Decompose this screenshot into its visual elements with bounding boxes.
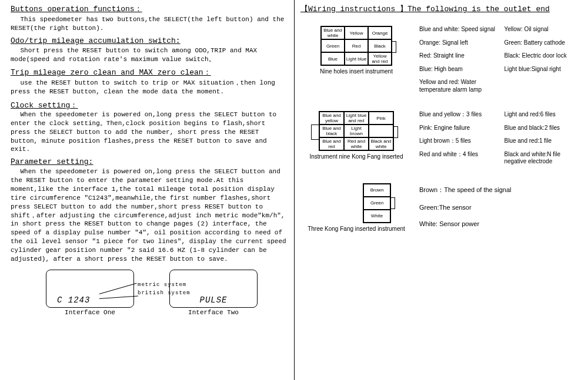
cell: Green	[321, 39, 345, 52]
legend-item: Blue: High beam	[419, 66, 497, 73]
legend-item: White: Sensor power	[419, 220, 512, 227]
interface-two-box: PULSE	[169, 270, 258, 308]
para-param: When the speedometer is powered on,long …	[11, 167, 287, 263]
cell: Pink	[369, 112, 393, 125]
cell: Blue and white	[321, 26, 345, 39]
heading-odo: Odo/trip mileage accumulation switch:	[11, 36, 287, 45]
legend-item: Blue and yellow：3 files	[419, 111, 497, 119]
legend-item: Yellow and red: Water temperature alarm …	[419, 79, 497, 93]
cell: Blue and black	[319, 125, 344, 137]
wiring-section-1: Blue and white Yellow Orange Green Red B…	[300, 26, 582, 93]
interface-two: PULSE Interface Two	[169, 270, 258, 316]
plug-nine-2-caption: Instrument nine Kong Fang inserted	[300, 153, 412, 160]
legend-item: Brown：The speed of the signal	[419, 186, 512, 194]
legend-item: Light brown：5 files	[419, 137, 497, 145]
wiring-section-3: Brown Green White Three Kong Fang insert…	[300, 183, 582, 232]
legend-item: Pink: Engine failure	[419, 125, 497, 132]
cell: Yellow and red	[368, 52, 392, 65]
legend-item: Orange: Signal left	[419, 39, 497, 47]
plug-nine-1-caption: Nine holes insert instrument	[300, 68, 412, 75]
pointer-line-1	[99, 283, 137, 294]
heading-buttons: Buttons operation functions：	[11, 4, 287, 14]
wiring-section-2: Blue and yellow Light blue and red Pink …	[300, 111, 582, 166]
legend-nine-1: Blue and white: Speed signal Yellow: Oil…	[419, 26, 582, 93]
legend-item: Light and red:6 files	[505, 111, 583, 119]
legend-item: Blue and white: Speed signal	[419, 26, 497, 33]
cell: Light blue	[345, 52, 368, 65]
interface-one-text: C 1243	[57, 295, 90, 305]
cell: Red	[345, 39, 368, 52]
left-column: Buttons operation functions： This speedo…	[0, 0, 294, 380]
plug-three-caption: Three Kong Fang inserted instrument	[300, 226, 412, 232]
heading-tripzero: Trip mileage zero clean and MAX zero cle…	[11, 67, 287, 78]
cell	[369, 125, 393, 137]
legend-three: Brown：The speed of the signal Green:The …	[419, 183, 512, 232]
legend-item: Blue and red:1 file	[505, 137, 583, 145]
cell: Black and white	[369, 137, 393, 150]
plug-nine-2-grid: Blue and yellow Light blue and red Pink …	[319, 111, 394, 151]
legend-item: Yellow: Oil signal	[505, 26, 583, 33]
legend-item: Green: Battery cathode	[505, 39, 583, 47]
cell: White	[363, 210, 390, 223]
interface-one-box: C 1243 metric system british system	[46, 270, 134, 308]
interface-one-caption: Interface One	[46, 309, 134, 316]
plug-three-grid: Brown Green White	[363, 183, 391, 223]
plug-nine-2: Blue and yellow Light blue and red Pink …	[300, 111, 412, 166]
plug-nine-1: Blue and white Yellow Orange Green Red B…	[300, 26, 412, 93]
para-odo: Short press the RESET button to switch a…	[11, 46, 287, 64]
plug-nine-1-grid: Blue and white Yellow Orange Green Red B…	[320, 26, 392, 66]
cell: Light brown	[344, 125, 369, 137]
cell: Light blue and red	[344, 112, 369, 125]
legend-item: Black and white:N file negative electrod…	[505, 151, 583, 166]
interface-two-caption: Interface Two	[169, 309, 258, 316]
heading-wiring: 【Wiring instructions 】The following is t…	[300, 4, 582, 14]
plug-three: Brown Green White Three Kong Fang insert…	[300, 183, 412, 232]
interfaces-row: C 1243 metric system british system Inte…	[46, 270, 287, 316]
interface-two-text: PULSE	[199, 295, 227, 305]
cell: Green	[363, 197, 390, 210]
cell: Blue and red	[319, 137, 344, 150]
cell: Yellow	[345, 26, 368, 39]
legend-item: Red: Straight line	[419, 52, 497, 60]
cell: Blue	[321, 52, 345, 65]
right-column: 【Wiring instructions 】The following is t…	[294, 0, 588, 380]
cell: Brown	[363, 184, 390, 197]
legend-nine-2: Blue and yellow：3 files Light and red:6 …	[419, 111, 582, 166]
legend-item: Red and white：4 files	[419, 151, 497, 166]
legend-item: Light blue:Signal right	[505, 66, 583, 73]
heading-clock: Clock setting：	[11, 100, 287, 110]
interface-one: C 1243 metric system british system Inte…	[46, 270, 134, 316]
cell: Blue and yellow	[319, 112, 344, 125]
para-buttons: This speedometer has two buttons,the SEL…	[11, 15, 287, 33]
cell: Red and white	[344, 137, 369, 150]
legend-item: Green:The sensor	[419, 204, 512, 211]
cell: Black	[368, 39, 392, 52]
legend-item: Black: Electric door lock	[505, 52, 583, 60]
cell: Orange	[368, 26, 392, 39]
heading-param: Parameter setting:	[11, 157, 287, 166]
legend-item	[505, 79, 583, 93]
para-tripzero: use the RESET button to switch to trip o…	[11, 79, 287, 96]
para-clock: When the speedometer is powered on,long …	[11, 110, 287, 154]
pointer-line-2	[99, 295, 138, 299]
legend-item: Blue and black:2 files	[505, 125, 583, 132]
